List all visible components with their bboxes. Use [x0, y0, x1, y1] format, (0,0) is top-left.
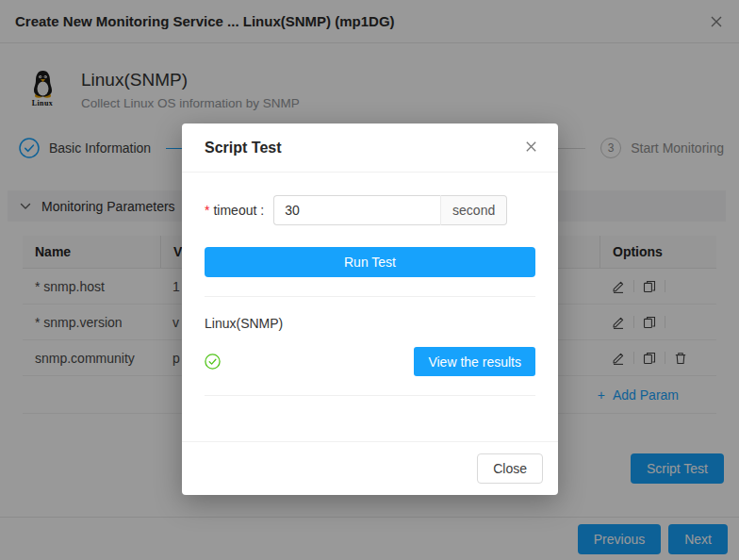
view-results-button[interactable]: View the results — [414, 347, 535, 376]
modal-body-spacer — [205, 396, 535, 441]
modal-header: Script Test — [182, 124, 558, 173]
create-monitoring-service-page: Create New Monitoring Service ... Linux(… — [0, 0, 739, 560]
script-test-modal: Script Test * timeout : second Run Test … — [182, 124, 558, 495]
result-service-name: Linux(SNMP) — [205, 316, 535, 331]
run-test-button[interactable]: Run Test — [205, 247, 535, 277]
check-circle-icon — [205, 354, 221, 370]
required-asterisk: * — [205, 203, 209, 218]
modal-close-button[interactable] — [524, 140, 538, 154]
modal-footer: Close — [182, 441, 558, 495]
modal-body: * timeout : second Run Test Linux(SNMP) … — [182, 173, 558, 441]
timeout-unit-addon: second — [441, 195, 507, 225]
close-button[interactable]: Close — [477, 453, 543, 484]
close-icon — [524, 140, 538, 154]
timeout-label: timeout : — [213, 203, 264, 218]
result-row: View the results — [205, 347, 535, 376]
timeout-field-row: * timeout : second — [205, 195, 535, 225]
divider — [205, 296, 535, 297]
modal-title: Script Test — [205, 140, 282, 156]
timeout-input[interactable] — [273, 195, 441, 225]
